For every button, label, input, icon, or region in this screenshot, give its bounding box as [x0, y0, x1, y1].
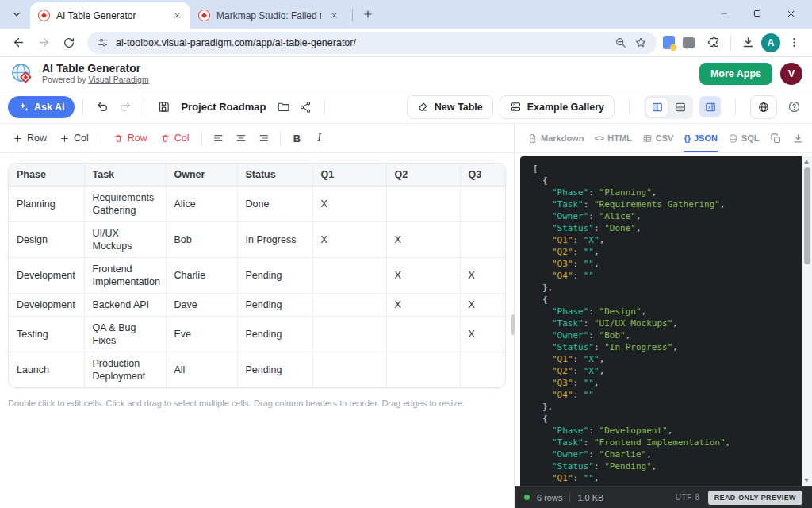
table-cell[interactable]: Testing — [9, 317, 84, 352]
table-cell[interactable]: Launch — [9, 352, 84, 388]
table-cell[interactable]: In Progress — [237, 222, 312, 258]
tab-csv[interactable]: CSV — [642, 124, 674, 152]
extensions-button[interactable] — [702, 31, 726, 55]
toggle-preview-panel-button[interactable] — [699, 96, 721, 117]
table-cell[interactable] — [312, 317, 386, 352]
scrollbar-thumb[interactable] — [804, 167, 810, 264]
tab-search-button[interactable] — [6, 4, 27, 25]
table-cell[interactable]: Pending — [237, 294, 312, 317]
table-cell[interactable]: Charlie — [166, 258, 237, 294]
downloads-button[interactable] — [736, 31, 760, 55]
table-cell[interactable]: Alice — [166, 187, 237, 222]
table-cell[interactable]: Planning — [9, 187, 84, 222]
open-button[interactable] — [272, 96, 294, 118]
save-button[interactable] — [152, 96, 174, 118]
table-cell[interactable] — [460, 352, 506, 388]
column-header[interactable]: Phase — [9, 164, 84, 187]
table-cell[interactable]: Production Deployment — [84, 352, 166, 388]
table-cell[interactable] — [386, 187, 460, 222]
language-button[interactable] — [750, 95, 777, 119]
table-cell[interactable]: Design — [9, 222, 84, 258]
table-cell[interactable]: X — [386, 258, 460, 294]
table-cell[interactable] — [460, 222, 506, 258]
new-tab-button[interactable] — [358, 4, 378, 25]
table-cell[interactable] — [312, 258, 386, 294]
table-cell[interactable]: Pending — [237, 258, 312, 294]
forward-button[interactable] — [32, 31, 56, 55]
column-header[interactable]: Q3 — [460, 164, 506, 187]
maximize-button[interactable] — [741, 0, 774, 27]
table-cell[interactable]: Eve — [166, 317, 237, 352]
tab-json[interactable]: {} JSON — [684, 124, 718, 152]
json-preview[interactable]: [{"Phase": "Planning","Task": "Requireme… — [520, 156, 812, 486]
table-cell[interactable]: X — [312, 222, 386, 258]
help-button[interactable] — [783, 97, 804, 117]
close-window-button[interactable] — [774, 0, 807, 27]
browser-tab-active[interactable]: AI Table Generator — [30, 2, 190, 29]
chat-extension-button[interactable] — [676, 31, 700, 55]
visual-paradigm-link[interactable]: Visual Paradigm — [88, 75, 148, 84]
bold-button[interactable]: B — [286, 128, 308, 148]
table-cell[interactable] — [312, 352, 386, 388]
code-scrollbar[interactable] — [802, 156, 812, 486]
redo-button[interactable] — [113, 96, 136, 118]
back-button[interactable] — [6, 31, 30, 55]
table-cell[interactable] — [386, 317, 460, 352]
column-header[interactable]: Q2 — [386, 164, 460, 187]
table-cell[interactable]: X — [312, 187, 386, 222]
split-vertical-button[interactable] — [646, 98, 668, 117]
bookmark-star-icon[interactable] — [634, 37, 647, 49]
chrome-profile-avatar[interactable]: A — [761, 33, 780, 52]
tab-sql[interactable]: SQL — [728, 124, 760, 152]
column-header[interactable]: Q1 — [312, 164, 386, 187]
table-cell[interactable] — [312, 294, 386, 317]
zoom-out-icon[interactable] — [615, 37, 627, 49]
table-cell[interactable]: X — [460, 258, 506, 294]
table-cell[interactable]: X — [386, 294, 460, 317]
table-cell[interactable]: X — [460, 294, 506, 317]
download-export-icon[interactable] — [792, 133, 804, 144]
account-avatar[interactable]: V — [780, 63, 802, 85]
delete-col-button[interactable]: Col — [154, 129, 196, 148]
table-cell[interactable]: Development — [9, 258, 84, 294]
scroll-down-arrow-icon[interactable] — [804, 479, 809, 483]
docs-extension-icon[interactable] — [663, 36, 675, 49]
ask-ai-button[interactable]: Ask AI — [8, 96, 75, 118]
delete-row-button[interactable]: Row — [107, 129, 154, 148]
table-cell[interactable]: UI/UX Mockups — [84, 222, 166, 258]
browser-tab-inactive[interactable]: Markmap Studio: Failed to oper — [190, 2, 347, 29]
italic-button[interactable]: I — [308, 128, 331, 148]
new-table-button[interactable]: New Table — [407, 95, 493, 119]
refresh-button[interactable] — [57, 31, 81, 55]
tab-close-icon[interactable] — [327, 9, 341, 22]
undo-button[interactable] — [91, 96, 113, 118]
table-cell[interactable]: Frontend Implementation — [84, 258, 166, 294]
table-cell[interactable]: X — [460, 317, 506, 352]
copy-icon[interactable] — [770, 133, 782, 144]
tab-close-icon[interactable] — [170, 9, 184, 22]
minimize-button[interactable] — [707, 0, 741, 27]
add-col-button[interactable]: Col — [53, 129, 95, 148]
panel-resize-handle[interactable] — [511, 314, 515, 335]
table-cell[interactable]: Requirements Gathering — [84, 187, 166, 222]
table-cell[interactable]: Bob — [166, 222, 237, 258]
table-cell[interactable]: Backend API — [84, 294, 166, 317]
align-center-button[interactable] — [230, 128, 252, 148]
table-cell[interactable]: Development — [9, 294, 84, 317]
table-cell[interactable]: Done — [237, 187, 312, 222]
column-header[interactable]: Task — [84, 164, 166, 187]
table-cell[interactable]: Pending — [237, 317, 312, 352]
tab-html[interactable]: <> HTML — [594, 124, 631, 152]
example-gallery-button[interactable]: Example Gallery — [500, 95, 615, 119]
chrome-menu-button[interactable] — [782, 31, 806, 55]
add-row-button[interactable]: Row — [6, 129, 53, 148]
scroll-up-arrow-icon[interactable] — [804, 160, 809, 164]
share-button[interactable] — [294, 96, 316, 118]
table-cell[interactable]: Dave — [166, 294, 237, 317]
table-cell[interactable]: X — [386, 222, 460, 258]
table-cell[interactable]: QA & Bug Fixes — [84, 317, 166, 352]
align-right-button[interactable] — [252, 128, 274, 148]
column-header[interactable]: Owner — [166, 164, 237, 187]
more-apps-button[interactable]: More Apps — [699, 63, 772, 85]
align-left-button[interactable] — [208, 128, 230, 148]
